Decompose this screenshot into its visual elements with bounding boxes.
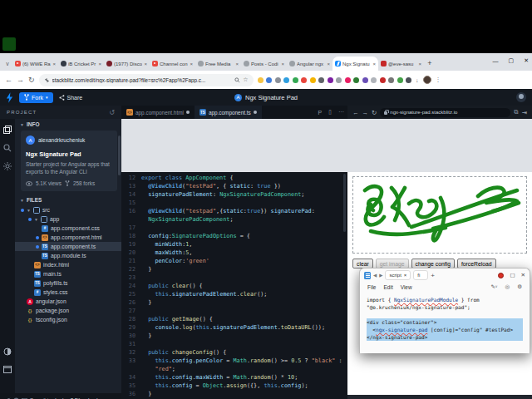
file-tree-item-app[interactable]: ▼app [15, 214, 121, 224]
extension-icon[interactable] [310, 77, 316, 83]
extension-icon[interactable] [380, 77, 386, 83]
file-tree-item-polyfills.ts[interactable]: TSpolyfills.ts [15, 278, 121, 288]
dock-preview-icon[interactable]: ⇥ [522, 109, 527, 116]
tab-close-icon[interactable]: × [235, 62, 239, 66]
profile-avatar[interactable] [423, 76, 431, 84]
code-line[interactable]: 31 [121, 340, 347, 348]
code-line[interactable]: 16 @ViewChild("testpad",{static:true}) s… [121, 207, 347, 215]
notepad-line[interactable] [367, 311, 523, 318]
notepad-menu-view[interactable]: View [401, 284, 412, 290]
extension-icon[interactable] [336, 77, 342, 83]
tab-close-icon[interactable]: × [327, 62, 330, 66]
extension-icon[interactable] [406, 77, 411, 83]
bookmark-star-icon[interactable]: ☆ [243, 76, 248, 83]
split-editor-icon[interactable]: ▯ [325, 106, 335, 119]
extension-icon[interactable] [318, 77, 324, 83]
stackblitz-logo-icon[interactable] [6, 92, 13, 103]
browser-menu-icon[interactable]: ⋮ [436, 76, 441, 83]
downloads-icon[interactable]: ↓ [416, 77, 419, 83]
code-line[interactable]: 30 } [121, 332, 347, 340]
settings-gear-icon[interactable] [3, 162, 12, 170]
file-tree-item-app.module.ts[interactable]: TSapp.module.ts [15, 251, 121, 260]
file-tree-item-main.ts[interactable]: TSmain.ts [15, 269, 121, 278]
code-line[interactable]: 19 minWidth:1, [121, 240, 347, 249]
extension-icon[interactable] [266, 77, 272, 83]
code-line[interactable]: 29 console.log(this.signaturePadElement.… [121, 323, 347, 332]
code-line[interactable]: 33 this.config.penColor = Math.random() … [121, 357, 347, 365]
code-line[interactable]: 12export class AppComponent { [121, 174, 347, 182]
browser-tab[interactable]: (6) WWE Ra× [12, 57, 58, 71]
preview-back-button[interactable]: ← [352, 109, 359, 116]
notepad-line[interactable]: <ngx-signature-pad [config]="config" #te… [367, 326, 523, 333]
console-toggle-bar[interactable]: Console [347, 395, 532, 399]
code-line[interactable]: 32 public changeConfig() { [121, 348, 347, 357]
notepad-menu-file[interactable]: File [367, 284, 376, 290]
extension-icon[interactable] [345, 77, 351, 83]
tab-close-icon[interactable]: × [418, 62, 421, 66]
extension-icon[interactable] [258, 77, 264, 83]
browser-tab[interactable]: iB Cricket Pr× [58, 57, 104, 71]
more-options-icon[interactable]: ⋯ [335, 106, 347, 119]
feedback-footer[interactable]: Something broken? File a bug! [0, 393, 121, 399]
code-line[interactable]: 17 [121, 224, 347, 232]
browser-tab[interactable]: (1977) Disco× [104, 57, 150, 71]
notepad-tab-fi[interactable]: fi [413, 270, 428, 280]
code-line[interactable]: 15 [121, 199, 347, 207]
tab-close-icon[interactable]: × [144, 62, 147, 66]
notepad-line[interactable]: import { NgxSignaturePadModule } from [367, 296, 523, 303]
author-avatar[interactable]: A [26, 135, 35, 145]
code-line[interactable]: 20 maxWidth:5, [121, 249, 347, 257]
preview-reload-button[interactable]: ↻ [372, 109, 377, 116]
code-line[interactable]: 18 config:SignaturePadOptions = { [121, 232, 347, 240]
extension-icon[interactable] [353, 77, 359, 83]
code-line[interactable]: 14 signaturePadElement: NgxSignaturePadC… [121, 190, 347, 199]
prettier-button[interactable]: P [314, 106, 325, 119]
code-line[interactable]: 26 } [121, 298, 347, 307]
code-editor[interactable]: 12export class AppComponent {13 @ViewChi… [121, 172, 347, 399]
notepad-zoom-icon[interactable]: ◎ [505, 283, 510, 290]
url-text[interactable]: stackblitz.com/edit/ngx-signature-pad?fi… [52, 77, 233, 83]
layout-window-icon[interactable] [3, 366, 12, 373]
file-tree-item-package.json[interactable]: {}package.json [15, 306, 121, 315]
notepad-tab-close-icon[interactable]: × [404, 273, 407, 278]
reload-button[interactable]: ↻ [28, 76, 35, 84]
file-tree-item-index.html[interactable]: <>index.html [15, 260, 121, 269]
extension-icon[interactable] [362, 77, 368, 83]
extension-icon[interactable] [397, 77, 403, 83]
tab-close-icon[interactable]: × [98, 62, 101, 66]
tab-close-icon[interactable]: × [190, 62, 193, 66]
code-lines[interactable]: 12export class AppComponent {13 @ViewChi… [121, 174, 347, 399]
code-line[interactable]: 25 this.signaturePadElement.clear(); [121, 290, 347, 298]
tab-search-chevron-icon[interactable]: v [2, 57, 12, 71]
notepad-menu-edit[interactable]: Edit [383, 284, 392, 290]
signature-canvas[interactable] [352, 176, 527, 254]
notepad-settings-icon[interactable]: ⚙ [517, 283, 522, 290]
notepad-edit-icon[interactable]: ✎˅ [490, 283, 497, 290]
extension-icon[interactable] [275, 77, 281, 83]
address-bar[interactable]: stackblitz.com/edit/ngx-signature-pad?fi… [39, 74, 254, 86]
editor-tab-app.component.ts[interactable]: TSapp.component.ts [195, 106, 262, 119]
code-line[interactable]: 36 } [121, 390, 347, 398]
code-line[interactable]: 13 @ViewChild("testPad", { static: true … [121, 182, 347, 190]
new-tab-button[interactable]: + [424, 57, 436, 71]
extension-icon[interactable] [301, 77, 307, 83]
notepad-new-tab-button[interactable]: + [431, 272, 435, 279]
notepad-titlebar[interactable]: ◀ ▶ script×fi + ▢ ✕ [360, 268, 530, 282]
share-button[interactable]: Share [59, 92, 83, 103]
code-line[interactable]: 27 [121, 307, 347, 315]
code-line[interactable]: NgxSignaturePadComponent; [121, 215, 347, 224]
minimize-button[interactable]: — [493, 58, 499, 64]
back-button[interactable]: ← [5, 76, 12, 84]
file-tree-item-app.component.ts[interactable]: TSapp.component.ts [15, 242, 121, 251]
file-tree-item-app.component.css[interactable]: #app.component.css [15, 224, 121, 233]
preview-url-bar[interactable]: ngx-signature-pad.stackblitz.io [380, 108, 510, 117]
code-line[interactable]: 34 this.config.maxWidth = Math.random() … [121, 373, 347, 382]
file-tree-item-styles.css[interactable]: #styles.css [15, 288, 121, 297]
files-panel-icon[interactable] [3, 126, 12, 134]
notepad-tab-back-icon[interactable]: ◀ [373, 273, 377, 278]
tab-close-icon[interactable]: × [281, 62, 284, 66]
sidebar-scrollbar[interactable] [118, 135, 121, 175]
browser-tab[interactable]: Free Media× [195, 57, 241, 71]
user-avatar[interactable] [516, 92, 526, 102]
notepad-line[interactable]: "@o.krucheniuk/ngx-signature-pad"; [367, 303, 523, 311]
